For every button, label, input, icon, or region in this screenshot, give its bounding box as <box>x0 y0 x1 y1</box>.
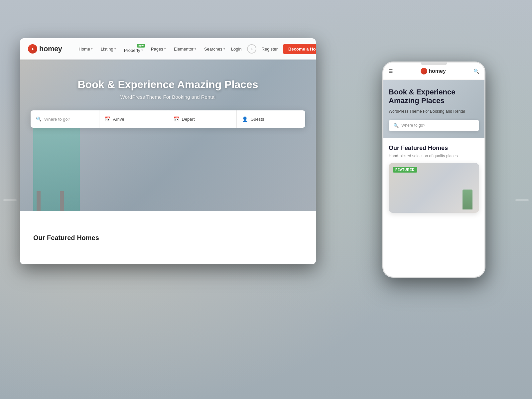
nav-elementor[interactable]: Elementor ▾ <box>171 45 200 54</box>
navbar: ● homey Home ▾ Listing ▾ new Property ▾ <box>20 38 316 60</box>
searches-chevron: ▾ <box>223 47 225 51</box>
nav-pages-label: Pages <box>151 47 163 52</box>
logo[interactable]: ● homey <box>28 44 62 54</box>
nav-listing-label: Listing <box>101 47 113 52</box>
nav-searches-label: Searches <box>204 47 222 52</box>
mobile-logo[interactable]: homey <box>421 68 446 74</box>
mobile-property-card[interactable]: FEATURED <box>389 163 479 213</box>
featured-homes-title: Our Featured Homes <box>33 234 99 242</box>
left-indicator <box>3 200 17 200</box>
login-button[interactable]: Login <box>228 45 244 54</box>
register-button[interactable]: Register <box>259 45 280 54</box>
arrive-field[interactable]: 📅 Arrive <box>99 110 168 128</box>
nav-pages[interactable]: Pages ▾ <box>148 45 169 54</box>
depart-label: Depart <box>182 117 195 122</box>
mobile-hero-title: Book & Experience Amazing Places <box>389 88 479 105</box>
mobile-notch <box>421 63 447 65</box>
nav-property-label: Property <box>124 48 140 53</box>
depart-field[interactable]: 📅 Depart <box>168 110 237 128</box>
mobile-search-icon-inner: 🔍 <box>393 123 399 128</box>
logo-icon: ● <box>28 44 37 54</box>
nav-right: Login ○ Register Become a Host <box>228 44 316 54</box>
search-icon: 🔍 <box>36 116 42 122</box>
nav-links: Home ▾ Listing ▾ new Property ▾ Pages ▾ <box>75 43 228 55</box>
mobile-logo-text: homey <box>429 68 446 74</box>
property-badge: new <box>137 44 145 48</box>
hero-content: Book & Experience Amazing Places WordPre… <box>20 78 316 128</box>
pages-chevron: ▾ <box>164 47 166 51</box>
nav-listing[interactable]: Listing ▾ <box>97 45 119 54</box>
arrive-label: Arrive <box>113 117 124 122</box>
listing-chevron: ▾ <box>114 47 116 51</box>
mobile-search-icon[interactable]: 🔍 <box>473 68 479 74</box>
mobile-mockup: ☰ homey 🔍 Book & Experience Amazing Plac… <box>382 62 485 278</box>
mobile-hero: Book & Experience Amazing Places WordPre… <box>383 80 484 138</box>
guests-label: Guests <box>250 117 264 122</box>
guests-icon: 👤 <box>242 116 248 122</box>
featured-section: Our Featured Homes <box>20 211 316 264</box>
featured-badge: FEATURED <box>393 167 417 173</box>
mobile-hero-subtitle: WordPress Theme For Booking and Rental <box>389 109 479 114</box>
mobile-featured-section: Our Featured Homes Hand-picked selection… <box>383 138 484 219</box>
guests-field[interactable]: 👤 Guests <box>237 110 305 128</box>
mobile-featured-title: Our Featured Homes <box>389 145 479 152</box>
hero-subtitle: WordPress Theme For Booking and Rental <box>20 94 316 100</box>
elementor-chevron: ▾ <box>195 47 196 51</box>
chair-leg-left <box>37 191 41 211</box>
plant-decoration <box>463 190 472 209</box>
become-host-button[interactable]: Become a Host <box>283 44 316 54</box>
chair-leg-right <box>60 191 64 211</box>
depart-calendar-icon: 📅 <box>174 116 179 122</box>
right-indicator <box>515 200 529 200</box>
logo-text: homey <box>39 45 62 53</box>
desktop-mockup: ● homey Home ▾ Listing ▾ new Property ▾ <box>20 38 316 264</box>
mobile-menu-icon[interactable]: ☰ <box>389 68 393 74</box>
mobile-featured-subtitle: Hand-picked selection of quality places <box>389 154 479 158</box>
nav-elementor-label: Elementor <box>174 47 194 52</box>
where-to-go-text: Where to go? <box>44 117 70 122</box>
search-bar: 🔍 Where to go? 📅 Arrive 📅 Depart 👤 Guest… <box>31 110 305 128</box>
mobile-logo-icon <box>421 68 427 74</box>
hero-title: Book & Experience Amazing Places <box>20 78 316 91</box>
mobile-search-bar[interactable]: 🔍 Where to go? <box>389 120 479 131</box>
nav-searches[interactable]: Searches ▾ <box>201 45 228 54</box>
nav-home-label: Home <box>78 47 90 52</box>
mobile-search-placeholder: Where to go? <box>401 123 425 128</box>
arrive-calendar-icon: 📅 <box>105 116 110 122</box>
hero-section: ● homey Home ▾ Listing ▾ new Property ▾ <box>20 38 316 211</box>
mobile-card-image: FEATURED <box>389 163 479 213</box>
home-chevron: ▾ <box>91 47 93 51</box>
property-chevron: ▾ <box>141 49 143 52</box>
nav-home[interactable]: Home ▾ <box>75 45 96 54</box>
nav-property[interactable]: new Property ▾ <box>121 43 146 55</box>
user-circle[interactable]: ○ <box>247 44 256 54</box>
where-to-go-field[interactable]: 🔍 Where to go? <box>31 110 99 128</box>
